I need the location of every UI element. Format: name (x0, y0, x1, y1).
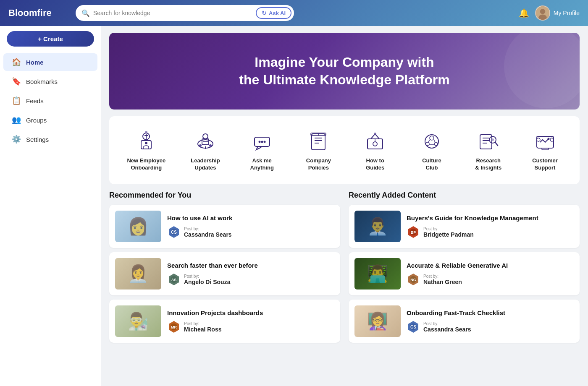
category-label: LeadershipUpdates (191, 157, 220, 172)
search-bar: 🔍 ↻ Ask AI (76, 5, 294, 21)
recent-title-1: Accurate & Reliable Generative AI (407, 261, 574, 270)
banner-title: Imagine Your Company with the Ultimate K… (122, 54, 567, 89)
svg-point-23 (426, 142, 429, 146)
svg-text:CS: CS (410, 325, 416, 329)
ask-ai-button[interactable]: ↻ Ask AI (256, 7, 291, 19)
svg-point-29 (547, 138, 549, 140)
sidebar-item-home[interactable]: 🏠 Home (3, 53, 97, 71)
feed-icon: 📋 (12, 96, 21, 105)
recent-thumbnail-1: 👨‍💻 (354, 258, 401, 290)
card-author-0: CS Post by: Cassandra Sears (167, 225, 334, 239)
sidebar-item-groups[interactable]: 👥 Groups (3, 111, 97, 129)
card-info-0: How to use AI at work CS Post by: Cassan… (167, 214, 334, 239)
category-label: CultureClub (422, 157, 441, 172)
groups-icon: 👥 (12, 115, 21, 125)
sidebar-item-bookmarks[interactable]: 🔖 Bookmarks (3, 73, 97, 90)
category-label: New EmployeeOnboarding (127, 157, 165, 172)
svg-text:MR: MR (171, 325, 177, 329)
recent-info-1: Accurate & Reliable Generative AI NG Pos… (407, 261, 574, 287)
category-how-to-guides[interactable]: How toGuides (354, 125, 396, 176)
category-label: CustomerSupport (532, 157, 558, 172)
card-title-2: Innovation Projects dashboards (167, 309, 334, 317)
home-icon: 🏠 (12, 57, 21, 67)
guides-icon (362, 129, 388, 154)
card-title-1: Search faster than ever before (167, 261, 334, 270)
category-label: CompanyPolicies (306, 157, 331, 172)
bell-icon[interactable]: 🔔 (519, 8, 529, 18)
header-right: 🔔 My Profile (519, 5, 580, 21)
profile-name: My Profile (554, 10, 580, 16)
svg-point-6 (145, 131, 147, 133)
category-leadership-updates[interactable]: LeadershipUpdates (184, 125, 226, 176)
recent-thumbnail-0: 👨‍💼 (354, 211, 401, 242)
card-author-1: AS Post by: Angelo Di Souza (167, 273, 334, 286)
ai-icon: ↻ (262, 10, 267, 16)
category-ask-me-anything[interactable]: Ask meAnything (241, 125, 283, 176)
recent-author-1: NG Post by: Nathan Green (407, 273, 574, 286)
svg-point-20 (374, 133, 376, 135)
card-thumbnail-0: 👩 (115, 211, 161, 242)
card-title-0: How to use AI at work (167, 214, 334, 222)
svg-point-31 (537, 138, 540, 141)
svg-point-32 (550, 138, 554, 141)
svg-text:BP: BP (411, 230, 416, 235)
recent-title-2: Onboarding Fast-Track Checklist (407, 309, 574, 317)
profile-area[interactable]: My Profile (535, 5, 580, 21)
onboarding-icon (134, 129, 159, 154)
recent-author-2: CS Post by: Cassandra Sears (407, 320, 574, 334)
recent-info-0: Buyers's Guide for Knowledge Management … (407, 214, 574, 239)
category-research-insights[interactable]: Research& Insights (467, 125, 509, 176)
culture-icon (419, 129, 444, 154)
card-thumbnail-2: 👨‍🔬 (115, 305, 161, 337)
category-label: Research& Insights (475, 157, 501, 172)
categories-section: New EmployeeOnboarding LeadershipUpdates (109, 116, 580, 184)
search-input[interactable] (93, 10, 252, 16)
recommended-card-2[interactable]: 👨‍🔬 Innovation Projects dashboards MR Po… (109, 300, 340, 343)
svg-point-21 (425, 135, 438, 148)
svg-point-27 (491, 138, 494, 141)
recently-added-title: Recently Added Content (349, 191, 580, 200)
recent-info-2: Onboarding Fast-Track Checklist CS Post … (407, 309, 574, 334)
svg-point-24 (434, 142, 438, 146)
recent-card-2[interactable]: 👩‍🏫 Onboarding Fast-Track Checklist CS P… (349, 300, 580, 343)
category-new-employee-onboarding[interactable]: New EmployeeOnboarding (123, 125, 170, 176)
main-content: Imagine Your Company with the Ultimate K… (101, 26, 588, 386)
svg-point-9 (203, 134, 208, 139)
leadership-icon (193, 129, 218, 154)
category-company-policies[interactable]: CompanyPolicies (297, 125, 339, 176)
settings-icon: ⚙️ (12, 135, 21, 144)
svg-point-10 (199, 144, 202, 147)
recommended-card-0[interactable]: 👩 How to use AI at work CS Post by: Cass… (109, 205, 340, 248)
recent-thumbnail-2: 👩‍🏫 (354, 305, 401, 337)
recent-card-1[interactable]: 👨‍💻 Accurate & Reliable Generative AI NG… (349, 252, 580, 295)
svg-rect-30 (542, 148, 549, 150)
category-label: How toGuides (366, 157, 384, 172)
card-author-2: MR Post by: Micheal Ross (167, 320, 334, 334)
category-culture-club[interactable]: CultureClub (411, 125, 453, 176)
content-row: Recommended for You 👩 How to use AI at w… (109, 191, 580, 347)
card-info-2: Innovation Projects dashboards MR Post b… (167, 309, 334, 334)
banner: Imagine Your Company with the Ultimate K… (109, 33, 580, 110)
sidebar-item-settings[interactable]: ⚙️ Settings (3, 130, 97, 148)
recommended-section: Recommended for You 👩 How to use AI at w… (109, 191, 340, 347)
svg-point-22 (430, 136, 434, 140)
card-thumbnail-1: 👩‍💼 (115, 258, 161, 290)
svg-text:CS: CS (171, 230, 177, 235)
create-button[interactable]: + Create (7, 31, 94, 47)
svg-point-13 (258, 141, 260, 143)
bookmark-icon: 🔖 (12, 77, 21, 86)
search-icon: 🔍 (81, 9, 90, 17)
svg-point-5 (145, 142, 147, 144)
svg-text:NG: NG (410, 278, 416, 282)
sidebar: + Create 🏠 Home 🔖 Bookmarks 📋 Feeds 👥 Gr… (0, 26, 101, 386)
recent-title-0: Buyers's Guide for Knowledge Management (407, 214, 574, 222)
sidebar-item-feeds[interactable]: 📋 Feeds (3, 92, 97, 110)
recent-card-0[interactable]: 👨‍💼 Buyers's Guide for Knowledge Managem… (349, 205, 580, 248)
svg-text:AS: AS (171, 278, 177, 282)
svg-point-14 (261, 141, 263, 143)
recommended-title: Recommended for You (109, 191, 340, 200)
recommended-card-1[interactable]: 👩‍💼 Search faster than ever before AS Po… (109, 252, 340, 295)
category-customer-support[interactable]: CustomerSupport (524, 125, 566, 176)
support-icon (533, 129, 558, 154)
svg-point-19 (373, 142, 377, 146)
